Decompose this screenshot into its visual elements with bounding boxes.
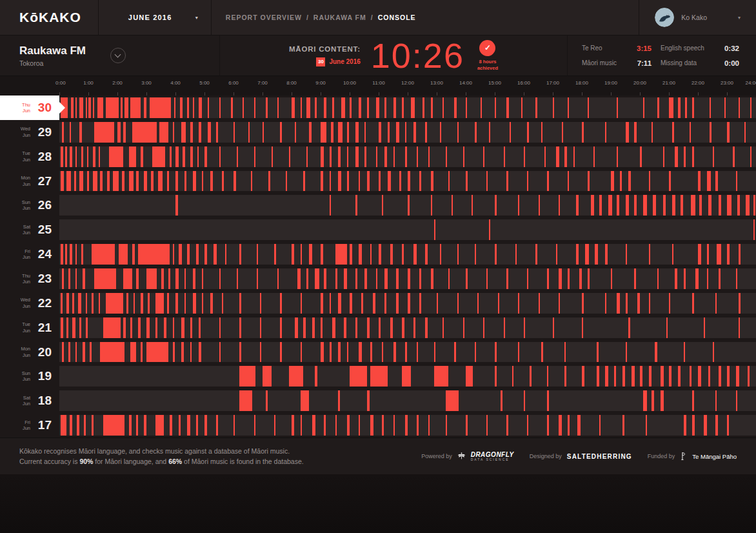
content-segment <box>152 146 165 167</box>
day-row-30[interactable]: ThuJun30 <box>0 96 756 120</box>
day-label[interactable]: TueJun21 <box>0 316 59 340</box>
day-track <box>59 171 756 192</box>
content-segment <box>370 244 372 265</box>
content-segment <box>622 415 624 436</box>
day-row-20[interactable]: MonJun20 <box>0 340 756 365</box>
day-row-29[interactable]: WedJun29 <box>0 120 756 145</box>
day-label[interactable]: SunJun26 <box>0 193 59 217</box>
day-row-27[interactable]: MonJun27 <box>0 169 756 194</box>
axis-tick-label: 11:00 <box>372 80 384 86</box>
content-segment <box>373 293 375 314</box>
content-segment <box>692 415 695 436</box>
axis-tick <box>379 92 379 96</box>
content-segment <box>739 293 741 314</box>
day-row-25[interactable]: SatJun25 <box>0 217 756 242</box>
content-segment <box>652 390 654 411</box>
content-segment <box>428 415 430 436</box>
day-label[interactable]: SunJun19 <box>0 364 59 388</box>
content-segment <box>303 171 305 192</box>
content-segment <box>66 317 68 338</box>
day-row-26[interactable]: SunJun26 <box>0 193 756 217</box>
content-segment <box>181 317 184 338</box>
content-segment <box>727 244 730 265</box>
day-row-24[interactable]: FriJun24 <box>0 242 756 266</box>
day-label[interactable]: WedJun22 <box>0 291 59 316</box>
stat-label: Missing data <box>661 59 704 67</box>
station-expand-button[interactable] <box>110 48 126 63</box>
content-segment <box>541 122 542 143</box>
content-segment <box>681 195 683 216</box>
content-segment <box>405 146 408 167</box>
day-label[interactable]: TueJun28 <box>0 145 59 169</box>
content-segment <box>193 293 196 314</box>
content-segment <box>390 244 393 265</box>
content-segment <box>315 366 317 387</box>
content-segment <box>457 244 459 265</box>
content-segment <box>553 317 554 338</box>
day-label[interactable]: ThuJun23 <box>0 266 59 291</box>
content-segment <box>350 366 367 387</box>
content-segment <box>301 415 303 436</box>
content-segment <box>254 97 255 118</box>
day-row-18[interactable]: SatJun18 <box>0 388 756 413</box>
day-row-22[interactable]: WedJun22 <box>0 291 756 316</box>
content-segment <box>138 244 170 265</box>
content-segment <box>109 146 124 167</box>
content-segment <box>724 97 726 118</box>
month-selector[interactable]: JUNE 2016 ▾ <box>115 0 211 35</box>
axis-tick <box>234 92 234 96</box>
user-menu[interactable]: Ko Kako ▾ <box>639 0 756 35</box>
content-segment <box>364 122 366 143</box>
content-segment <box>239 317 241 338</box>
axis-tick-label: 18:00 <box>575 80 588 86</box>
day-label[interactable]: SatJun25 <box>0 217 59 242</box>
day-row-17[interactable]: FriJun17 <box>0 413 756 437</box>
day-of-week: SatJun <box>23 395 30 407</box>
day-label[interactable]: MonJun20 <box>0 340 59 365</box>
day-row-23[interactable]: ThuJun23 <box>0 266 756 291</box>
content-segment <box>87 171 90 192</box>
content-segment <box>684 415 686 436</box>
content-segment <box>715 293 717 314</box>
content-segment <box>97 97 103 118</box>
content-segment <box>417 415 419 436</box>
breadcrumb-report-overview[interactable]: REPORT OVERVIEW <box>226 14 302 21</box>
content-segment <box>167 171 170 192</box>
day-row-28[interactable]: TueJun28 <box>0 145 756 169</box>
content-segment <box>321 171 323 192</box>
axis-tick <box>553 92 553 96</box>
content-segment <box>715 415 718 436</box>
content-segment <box>717 244 721 265</box>
time-axis: 0:001:002:003:004:005:006:007:008:009:00… <box>0 76 756 96</box>
content-segment <box>181 122 186 143</box>
content-segment <box>457 293 459 314</box>
funded-by[interactable]: Funded by Te Māngai Pāho <box>648 451 737 462</box>
axis-tick-label: 6:00 <box>228 80 239 86</box>
content-segment <box>727 415 729 436</box>
day-label[interactable]: FriJun24 <box>0 242 59 266</box>
content-segment <box>475 244 476 265</box>
day-number: 30 <box>35 101 52 115</box>
content-segment <box>306 146 308 167</box>
breadcrumb-raukawa-fm[interactable]: RAUKAWA FM <box>313 14 366 21</box>
content-segment <box>417 342 419 363</box>
axis-tick <box>204 92 205 96</box>
content-segment <box>370 415 373 436</box>
day-row-19[interactable]: SunJun19 <box>0 364 756 388</box>
content-segment <box>675 268 677 289</box>
day-label[interactable]: SatJun18 <box>0 388 59 413</box>
content-segment <box>234 122 235 143</box>
powered-by[interactable]: Powered by DRAGONFLY DATA SCIENCE <box>421 451 514 462</box>
designed-by[interactable]: Designed by SALTEDHERRING <box>530 453 632 460</box>
content-segment <box>692 97 694 118</box>
content-segment <box>653 195 655 216</box>
day-label[interactable]: FriJun17 <box>0 413 59 437</box>
day-label[interactable]: ThuJun30 <box>0 96 59 120</box>
day-label[interactable]: WedJun29 <box>0 120 59 145</box>
axis-tick <box>321 92 321 96</box>
day-label[interactable]: MonJun27 <box>0 169 59 194</box>
content-segment <box>376 97 379 118</box>
day-row-21[interactable]: TueJun21 <box>0 316 756 340</box>
content-segment <box>408 268 410 289</box>
content-segment <box>332 317 335 338</box>
